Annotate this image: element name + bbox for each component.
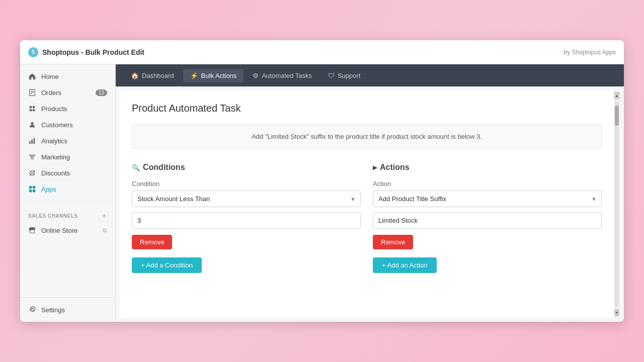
sidebar-label-products: Products (41, 105, 67, 113)
nav-bar: 🏠 Dashboard ⚡ Bulk Actions ⚙ Automated T… (116, 64, 624, 86)
apps-icon (28, 185, 36, 193)
sidebar-label-settings: Settings (41, 306, 65, 314)
app-title: Shoptopus - Bulk Product Edit (42, 48, 144, 56)
sales-channels-label: SALES CHANNELS ＋ (20, 206, 115, 222)
sidebar-item-discounts[interactable]: Discounts (20, 165, 115, 181)
bulk-actions-icon: ⚡ (190, 72, 198, 79)
customers-icon (28, 121, 36, 129)
sidebar-label-customers: Customers (41, 121, 73, 129)
dashboard-icon: 🏠 (131, 72, 139, 79)
sidebar-item-apps[interactable]: Apps (20, 181, 115, 197)
sidebar: Home Orders 13 Products Customers (20, 64, 116, 322)
svg-rect-6 (31, 139, 33, 144)
scrollbar-up-btn[interactable]: ▲ (614, 92, 619, 99)
products-icon (28, 105, 36, 113)
panels-row: 🔍 Conditions Condition Stock Amount Less… (132, 163, 602, 273)
top-bar: S Shoptopus - Bulk Product Edit by Shopt… (20, 40, 624, 64)
scrollbar-track (615, 102, 619, 307)
orders-icon (28, 88, 36, 97)
page-title: Product Automated Task (132, 103, 602, 114)
discounts-icon (28, 169, 36, 177)
sidebar-label-home: Home (41, 73, 59, 80)
settings-icon (28, 306, 36, 314)
add-action-label: + Add an Action (382, 261, 428, 269)
nav-item-automated-tasks[interactable]: ⚙ Automated Tasks (246, 69, 318, 82)
svg-rect-15 (33, 190, 35, 192)
nav-item-dashboard[interactable]: 🏠 Dashboard (124, 69, 181, 82)
actions-play-icon: ▶ (373, 164, 377, 171)
sidebar-label-online-store: Online Store (41, 227, 77, 234)
nav-label-support: Support (338, 72, 361, 79)
home-icon (28, 72, 36, 80)
sidebar-label-marketing: Marketing (41, 153, 70, 161)
svg-rect-12 (29, 186, 32, 189)
app-logo: S (28, 47, 38, 57)
right-scrollbar: ▲ ▼ (614, 90, 620, 318)
online-store-icon (28, 226, 36, 234)
support-icon: 🛡 (328, 72, 335, 79)
sidebar-label-analytics: Analytics (41, 137, 67, 145)
svg-rect-7 (34, 138, 35, 144)
action-remove-button[interactable]: Remove (373, 235, 413, 249)
add-condition-label: + Add a Condition (141, 261, 193, 269)
online-store-settings-icon[interactable]: ⚙ (102, 227, 107, 234)
orders-badge: 13 (96, 89, 107, 96)
svg-rect-14 (29, 190, 32, 192)
condition-value-input[interactable] (132, 212, 361, 229)
add-condition-button[interactable]: + Add a Condition (132, 257, 202, 273)
app-window: S Shoptopus - Bulk Product Edit by Shopt… (20, 40, 624, 322)
condition-select[interactable]: Stock Amount Less ThanStock Amount Great… (132, 191, 361, 207)
byline: by Shoptopus Apps (564, 49, 616, 56)
action-label: Action (373, 180, 602, 188)
action-select[interactable]: Add Product Title SuffixAdd Product Titl… (373, 191, 602, 207)
marketing-icon (28, 153, 36, 161)
sidebar-item-customers[interactable]: Customers (20, 117, 115, 133)
actions-panel: ▶ Actions Action Add Product Title Suffi… (373, 163, 602, 273)
description-box: Add "Limited Stock" suffix to the produc… (132, 124, 602, 149)
content-area: 🏠 Dashboard ⚡ Bulk Actions ⚙ Automated T… (116, 64, 624, 322)
condition-select-wrapper: Stock Amount Less ThanStock Amount Great… (132, 191, 361, 207)
main-layout: Home Orders 13 Products Customers (20, 64, 624, 322)
action-value-input[interactable] (373, 212, 602, 229)
scrollbar-thumb[interactable] (615, 106, 619, 126)
action-select-wrapper: Add Product Title SuffixAdd Product Titl… (373, 191, 602, 207)
svg-point-4 (31, 122, 33, 125)
task-description: Add "Limited Stock" suffix to the produc… (252, 133, 482, 140)
sidebar-item-analytics[interactable]: Analytics (20, 133, 115, 149)
sidebar-item-settings[interactable]: Settings (20, 302, 115, 318)
add-sales-channel-icon[interactable]: ＋ (101, 212, 108, 220)
scrollbar-down-btn[interactable]: ▼ (614, 309, 619, 316)
conditions-title: Conditions (143, 163, 185, 172)
sidebar-item-orders[interactable]: Orders 13 (20, 84, 115, 101)
conditions-panel: 🔍 Conditions Condition Stock Amount Less… (132, 163, 361, 273)
nav-label-automated-tasks: Automated Tasks (262, 72, 311, 79)
conditions-header: 🔍 Conditions (132, 163, 361, 172)
page-content: Product Automated Task Add "Limited Stoc… (120, 90, 614, 318)
nav-label-dashboard: Dashboard (142, 72, 174, 79)
top-bar-left: S Shoptopus - Bulk Product Edit (28, 47, 144, 57)
sidebar-item-home[interactable]: Home (20, 68, 115, 84)
actions-header: ▶ Actions (373, 163, 602, 172)
add-action-button[interactable]: + Add an Action (373, 257, 437, 273)
sidebar-item-marketing[interactable]: Marketing (20, 149, 115, 165)
sidebar-label-apps: Apps (41, 186, 56, 193)
sidebar-bottom: Settings (20, 297, 115, 318)
actions-title: Actions (380, 163, 410, 172)
sidebar-item-products[interactable]: Products (20, 101, 115, 117)
condition-remove-button[interactable]: Remove (132, 235, 172, 249)
sidebar-label-discounts: Discounts (41, 169, 70, 177)
svg-rect-5 (29, 141, 31, 144)
sidebar-label-orders: Orders (41, 89, 61, 97)
nav-item-support[interactable]: 🛡 Support (321, 69, 368, 82)
automated-tasks-icon: ⚙ (253, 72, 259, 79)
nav-label-bulk-actions: Bulk Actions (201, 72, 237, 79)
svg-rect-13 (33, 186, 35, 189)
sidebar-item-online-store[interactable]: Online Store ⚙ (20, 222, 115, 238)
condition-label: Condition (132, 180, 361, 188)
conditions-search-icon: 🔍 (132, 164, 140, 171)
nav-item-bulk-actions[interactable]: ⚡ Bulk Actions (183, 69, 244, 82)
analytics-icon (28, 137, 36, 145)
